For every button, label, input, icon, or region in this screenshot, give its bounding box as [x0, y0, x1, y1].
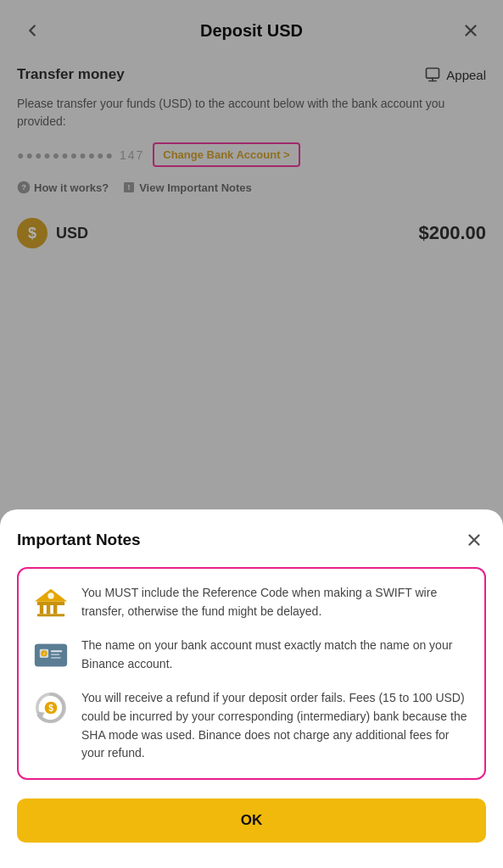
svg-rect-13 — [47, 605, 50, 614]
modal-header: Important Notes — [17, 528, 486, 552]
modal-close-icon — [465, 531, 483, 549]
bank-icon — [32, 584, 70, 621]
ok-button[interactable]: OK — [17, 798, 486, 843]
note-text-name-match: The name on your bank account must exact… — [81, 637, 471, 673]
important-notes-modal: Important Notes — [0, 509, 503, 868]
svg-rect-19 — [35, 644, 67, 666]
card-id-icon: ✓ — [32, 637, 70, 674]
svg-text:✓: ✓ — [42, 651, 46, 656]
modal-close-button[interactable] — [462, 528, 486, 552]
svg-rect-12 — [40, 605, 43, 614]
note-item-refund: $ You will receive a refund if your depo… — [32, 689, 471, 763]
svg-rect-21 — [51, 650, 62, 652]
notes-box: You MUST include the Reference Code when… — [17, 567, 486, 780]
note-item-swift: You MUST include the Reference Code when… — [32, 584, 471, 621]
modal-overlay: Important Notes — [0, 0, 503, 868]
svg-rect-15 — [37, 614, 64, 616]
svg-rect-22 — [51, 654, 59, 655]
note-text-swift: You MUST include the Reference Code when… — [81, 584, 471, 620]
refund-icon: $ — [32, 689, 70, 726]
note-item-name-match: ✓ The name on your bank account must exa… — [32, 637, 471, 674]
svg-rect-11 — [37, 602, 64, 605]
svg-point-17 — [48, 593, 53, 599]
svg-text:$: $ — [48, 704, 53, 713]
modal-title: Important Notes — [17, 531, 141, 549]
svg-rect-14 — [53, 605, 57, 614]
note-text-refund: You will receive a refund if your deposi… — [81, 689, 471, 763]
svg-rect-23 — [51, 657, 61, 658]
